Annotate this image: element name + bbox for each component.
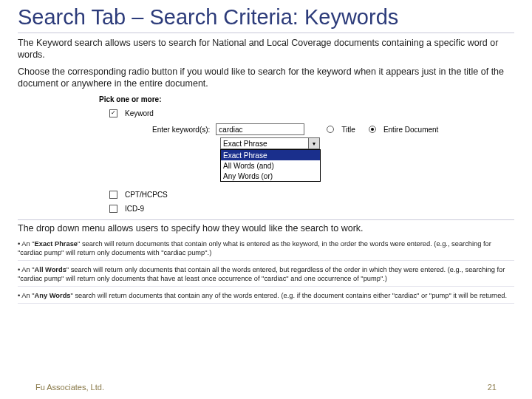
icd9-label: ICD-9 <box>125 205 144 213</box>
intro-paragraph-1: The Keyword search allows users to searc… <box>18 38 514 61</box>
cpt-hcpcs-label: CPT/HCPCS <box>125 191 168 199</box>
search-type-bullets: An "Exact Phrase" search will return doc… <box>18 239 514 304</box>
page-title: Search Tab – Search Criteria: Keywords <box>18 6 514 33</box>
bullet-exact-phrase: An "Exact Phrase" search will return doc… <box>18 239 514 261</box>
option-all-words[interactable]: All Words (and) <box>221 160 320 171</box>
match-type-select[interactable]: Exact Phrase <box>220 137 309 149</box>
radio-title-label: Title <box>341 126 355 134</box>
enter-keywords-label: Enter keyword(s): <box>152 126 210 134</box>
footer-company: Fu Associates, Ltd. <box>35 383 104 392</box>
keyword-checkbox[interactable] <box>109 109 117 117</box>
intro-paragraph-2: Choose the corresponding radio button if… <box>18 66 514 89</box>
bullet-all-words: An "All Words" search will return only d… <box>18 265 514 287</box>
footer-page-number: 21 <box>488 383 497 392</box>
chevron-down-icon[interactable]: ▼ <box>309 137 320 149</box>
divider <box>18 219 514 220</box>
dropdown-explanation: The drop down menu allows users to speci… <box>18 223 514 235</box>
option-any-words[interactable]: Any Words (or) <box>221 171 320 181</box>
search-criteria-screenshot: Pick one or more: Keyword Enter keyword(… <box>99 95 514 215</box>
keyword-checkbox-label: Keyword <box>125 109 154 117</box>
option-exact-phrase[interactable]: Exact Phrase <box>221 150 320 160</box>
radio-entire-document[interactable] <box>369 126 376 133</box>
radio-title[interactable] <box>327 126 334 133</box>
keyword-input[interactable]: cardiac <box>216 123 304 135</box>
radio-entire-document-label: Entire Document <box>383 126 438 134</box>
bullet-any-words: An "Any Words" search will return docume… <box>18 291 514 304</box>
cpt-hcpcs-checkbox[interactable] <box>109 191 117 199</box>
icd9-checkbox[interactable] <box>109 205 117 213</box>
match-type-options: Exact Phrase All Words (and) Any Words (… <box>220 149 321 182</box>
pick-header: Pick one or more: <box>99 95 514 103</box>
